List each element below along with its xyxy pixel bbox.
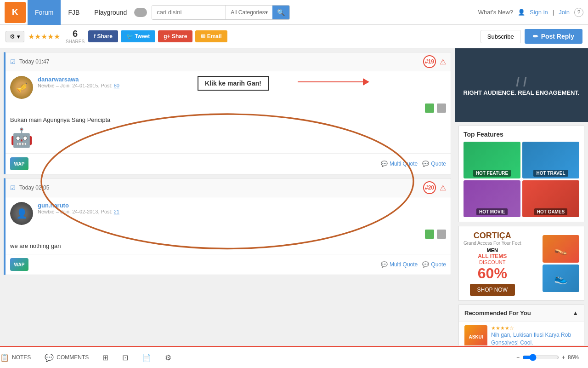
post-20-wap-icon: WAP xyxy=(10,258,28,271)
search-button[interactable]: 🔍 xyxy=(272,6,289,19)
email-icon: ✉ xyxy=(201,33,205,40)
post-20-check-icon: ☑ xyxy=(10,184,16,191)
gear-button[interactable]: ⚙ ▾ xyxy=(6,31,24,42)
nav-forum[interactable]: Forum xyxy=(28,0,61,25)
feature-hot-games-label: HOT GAMES xyxy=(534,208,568,215)
bottom-comments[interactable]: 💬 COMMENTS xyxy=(45,353,89,362)
post-19-multi-quote-button[interactable]: 💬 Multi Quote xyxy=(381,161,418,167)
post-19-emoji: 🤖 xyxy=(10,127,446,149)
category-dropdown[interactable]: All Categories ▾ xyxy=(226,6,272,19)
post-20-multi-quote-button[interactable]: 💬 Multi Quote xyxy=(381,261,418,268)
share-twitter-button[interactable]: 🐦 Tweet xyxy=(121,30,155,42)
post-20-actions xyxy=(10,230,446,239)
share-buttons: f Share 🐦 Tweet g+ Share ✉ Email xyxy=(88,30,227,42)
nav-playground[interactable]: Playground xyxy=(87,0,134,25)
post-20-body: 👤 gun.naruto Newbie – Join: 24-02-2013, … xyxy=(6,197,451,254)
subscribe-button[interactable]: Subscribe xyxy=(481,30,521,43)
post-20-quote-button[interactable]: 💬 Quote xyxy=(422,261,446,268)
post-20-header: ☑ Today 02:05 #20 ⚠ xyxy=(6,178,451,197)
bottom-doc[interactable]: 📄 xyxy=(142,353,151,362)
share-email-button[interactable]: ✉ Email xyxy=(195,30,227,42)
bottom-grid2[interactable]: ⊡ xyxy=(122,353,128,362)
feature-hot-feature-label: HOT FEATURE xyxy=(473,170,511,177)
logo[interactable]: K xyxy=(5,2,26,23)
post-20-warn-icon: ⚠ xyxy=(440,184,446,192)
recommended-section: Recommended For You ▲ ASKUl ★★★★☆ Nih ga… xyxy=(458,305,584,345)
rec-title-1[interactable]: Nih gan, Lukisan Ilusi Karya Rob Gonsalv… xyxy=(491,331,578,345)
feature-hot-games[interactable]: HOT GAMES xyxy=(522,180,579,217)
gplus-icon: g+ xyxy=(164,33,170,40)
bottom-settings[interactable]: ⚙ xyxy=(165,353,171,362)
recommended-item-1[interactable]: ASKUl ★★★★☆ Nih gan, Lukisan Ilusi Karya… xyxy=(459,322,584,345)
bottom-notes[interactable]: 📋 NOTES xyxy=(0,353,31,362)
post-19-user-details: danarwarsawa Newbie – Join: 24-01-2015, … xyxy=(38,76,119,88)
callout-box: Klik ke marih Gan! xyxy=(198,76,269,91)
zoom-plus-icon[interactable]: + xyxy=(562,354,565,361)
post-19-number[interactable]: #19 xyxy=(423,55,436,68)
cortica-all-items: ALL ITEMS xyxy=(464,253,521,259)
cortica-gender: MEN xyxy=(464,247,521,253)
feature-hot-feature[interactable]: HOT FEATURE xyxy=(464,142,520,178)
right-sidebar: / / RIGHT AUDIENCE. REAL ENGAGEMENT. Top… xyxy=(455,48,588,345)
notes-icon: 📋 xyxy=(0,353,9,362)
doc-icon: 📄 xyxy=(142,353,151,362)
notes-label: NOTES xyxy=(12,354,31,361)
cloud-icon xyxy=(134,8,147,17)
feature-hot-movie[interactable]: HOT MOVIE xyxy=(464,180,520,217)
share-gplus-button[interactable]: g+ Share xyxy=(158,30,192,42)
share-facebook-button[interactable]: f Share xyxy=(88,30,118,42)
post-20-content: we are nothing gan xyxy=(10,242,446,249)
post-20-avatar: 👤 xyxy=(10,202,33,225)
post-19-post-count[interactable]: 80 xyxy=(114,83,119,88)
main-layout: Klik ke marih Gan! ☑ Today 01:47 #19 ⚠ 🎺… xyxy=(0,48,588,345)
post-20: ☑ Today 02:05 #20 ⚠ 👤 gun.naruto Newbie … xyxy=(4,178,451,275)
post-20-user-details: gun.naruto Newbie – Join: 24-02-2013, Po… xyxy=(38,202,119,214)
bottom-grid1[interactable]: ⊞ xyxy=(102,353,108,362)
post-20-time: Today 02:05 xyxy=(19,184,419,191)
post-19-meta: Newbie – Join: 24-01-2015, Post: 80 xyxy=(38,83,119,88)
search-input[interactable] xyxy=(152,6,226,19)
post-20-user-info: 👤 gun.naruto Newbie – Join: 24-02-2013, … xyxy=(10,202,446,225)
post-20-number[interactable]: #20 xyxy=(423,181,436,194)
settings-icon: ⚙ xyxy=(165,353,171,362)
post-20-username[interactable]: gun.naruto xyxy=(38,202,119,209)
post-19-username[interactable]: danarwarsawa xyxy=(38,76,119,83)
whats-new-label[interactable]: What's New? xyxy=(478,9,513,16)
shop-now-button[interactable]: SHOP NOW xyxy=(470,284,515,296)
cortica-ad: CORTIÇA Grand Access For Your Feet MEN A… xyxy=(458,226,584,301)
post-19-actions xyxy=(10,104,446,113)
zoom-minus-icon[interactable]: − xyxy=(516,354,520,361)
cortica-percent: 60% xyxy=(464,265,521,282)
bottom-bar: 📋 NOTES 💬 COMMENTS ⊞ ⊡ 📄 ⚙ − + 86% xyxy=(0,346,588,368)
recommended-title: Recommended For You xyxy=(464,310,531,316)
wap-icon: WAP xyxy=(10,157,28,170)
rec-content-1: ★★★★☆ Nih gan, Lukisan Ilusi Karya Rob G… xyxy=(491,325,578,345)
grid2-icon: ⊡ xyxy=(122,353,128,362)
top-ad-banner: / / RIGHT AUDIENCE. REAL ENGAGEMENT. xyxy=(455,48,588,122)
post-19: ☑ Today 01:47 #19 ⚠ 🎺 danarwarsawa Newbi… xyxy=(4,52,451,174)
recommended-collapse-icon[interactable]: ▲ xyxy=(572,310,578,316)
gear-icon: ⚙ xyxy=(10,33,15,40)
post-reply-button[interactable]: ✏ Post Reply xyxy=(525,29,582,44)
sign-in-link[interactable]: Sign in xyxy=(530,9,548,16)
post-20-post-count[interactable]: 21 xyxy=(114,209,119,214)
post-20-like-button[interactable] xyxy=(425,230,434,239)
post-19-quote-button[interactable]: 💬 Quote xyxy=(422,161,446,167)
nav-fjb[interactable]: FJB xyxy=(61,0,87,25)
features-grid: HOT FEATURE HOT TRAVEL HOT MOVIE HOT GAM… xyxy=(464,142,579,217)
help-icon[interactable]: ? xyxy=(574,8,583,17)
facebook-icon: f xyxy=(94,33,96,40)
post-19-dislike-button[interactable] xyxy=(437,104,446,113)
post-19-check-icon: ☑ xyxy=(10,58,16,65)
post-19-content: Bukan main Agungnya Sang Pencipta xyxy=(10,116,446,123)
post-19-like-button[interactable] xyxy=(425,104,434,113)
post-19-footer: WAP 💬 Multi Quote 💬 Quote xyxy=(6,153,451,174)
zoom-slider[interactable] xyxy=(522,354,559,361)
top-navigation: K Forum FJB Playground All Categories ▾ … xyxy=(0,0,588,25)
twitter-icon: 🐦 xyxy=(126,33,133,40)
shares-count: 6 SHARES xyxy=(66,29,85,44)
join-link[interactable]: Join xyxy=(559,9,570,16)
feature-hot-travel[interactable]: HOT TRAVEL xyxy=(522,142,579,178)
user-icon: 👤 xyxy=(518,9,525,16)
post-20-dislike-button[interactable] xyxy=(437,230,446,239)
